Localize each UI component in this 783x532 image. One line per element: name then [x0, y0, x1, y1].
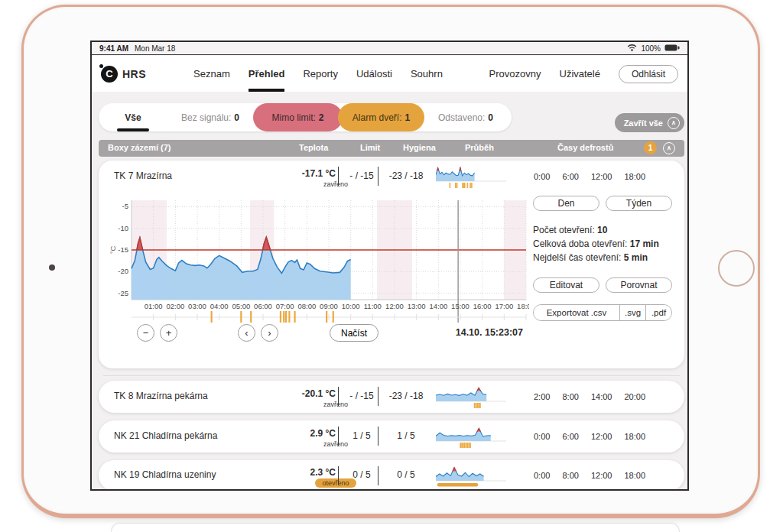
svg-text:08:00: 08:00 — [297, 302, 316, 310]
column-header-casy-defrostu: Časy defrostů — [557, 143, 613, 152]
zoom-out-button[interactable]: − — [137, 324, 154, 342]
detail-panel: Den Týden Počet otevření: 10 Celková dob… — [533, 196, 672, 321]
status-date: Mon Mar 18 — [135, 44, 175, 53]
nav-item-reporty[interactable]: Reporty — [303, 56, 338, 92]
sparkline-nk21 — [436, 424, 506, 449]
export-svg-button[interactable]: .svg — [619, 305, 645, 320]
sparkline-tk8 — [436, 384, 506, 409]
door-state: zavřeno — [301, 180, 370, 188]
box-name: NK 19 Chladírna uzeniny — [114, 469, 216, 480]
brand-name: HRS — [122, 68, 146, 80]
expanded-box-card-tk7: TK 7 Mrazírna -17.1 °C zavřeno - / -15 -… — [99, 161, 684, 368]
defrost-times: 0:006:00 12:0018:00 — [534, 420, 645, 453]
collapse-section-icon[interactable]: ∧ — [663, 142, 675, 154]
box-name: NK 21 Chladírna pekárna — [114, 430, 217, 441]
svg-text:17:00: 17:00 — [495, 302, 513, 310]
svg-text:06:00: 06:00 — [254, 302, 272, 310]
battery-percent: 100% — [641, 44, 661, 53]
export-csv-button[interactable]: Exportovat .csv — [534, 305, 619, 320]
nav-item-udalosti[interactable]: Události — [356, 56, 392, 92]
last-reading-timestamp: 14.10. 15:23:07 — [456, 327, 523, 338]
nav-item-prehled[interactable]: Přehled — [249, 56, 285, 92]
home-button[interactable] — [718, 250, 755, 287]
status-time: 9:41 AM — [99, 44, 128, 53]
alert-count-badge: 1 — [644, 141, 657, 154]
svg-text:03:00: 03:00 — [188, 302, 206, 310]
column-separator — [378, 167, 379, 186]
svg-text:16:00: 16:00 — [473, 302, 492, 310]
door-state: zavřeno — [301, 401, 370, 408]
door-stats: Počet otevření: 10 Celková doba otevření… — [533, 223, 672, 264]
defrost-times: 2:008:00 14:0020:00 — [534, 381, 645, 413]
svg-text:13:00: 13:00 — [408, 302, 426, 310]
app-screen: 9:41 AM Mon Mar 18 100% — [90, 41, 689, 491]
svg-text:-20: -20 — [118, 267, 128, 275]
pan-left-button[interactable]: ‹ — [238, 324, 255, 342]
svg-text:07:00: 07:00 — [276, 302, 294, 310]
svg-text:°C: °C — [109, 246, 117, 255]
filter-tab-mimo-limit[interactable]: Mimo limit: 2 — [253, 103, 343, 131]
temperature-chart[interactable]: -5-10-15-20-2501:0002:0003:0004:0005:000… — [109, 197, 529, 324]
box-limit: 0 / 5 — [345, 469, 379, 480]
box-temperature: 2.9 °C — [267, 428, 336, 439]
column-separator — [338, 167, 339, 186]
svg-text:-10: -10 — [118, 224, 128, 232]
status-bar: 9:41 AM Mon Mar 18 100% — [92, 42, 687, 55]
svg-text:02:00: 02:00 — [166, 302, 184, 310]
box-hygiene: 1 / 5 — [384, 430, 428, 441]
box-limit: - / -15 — [345, 170, 379, 181]
row-header-tk7[interactable]: TK 7 Mrazírna -17.1 °C zavřeno - / -15 -… — [99, 161, 684, 194]
content-area: Vše Bez signálu: 0 Mimo limit: 2 Alarm d… — [92, 92, 687, 491]
nav-item-uzivatele[interactable]: Uživatelé — [560, 65, 600, 83]
box-temperature: 2.3 °C — [267, 467, 336, 478]
battery-icon — [664, 44, 680, 53]
door-state: zavřeno — [301, 440, 370, 448]
svg-text:01:00: 01:00 — [145, 302, 163, 310]
column-header-limit: Limit — [360, 143, 380, 152]
close-all-button[interactable]: Zavřít vše ∧ — [615, 113, 684, 132]
filter-tab-bez-signalu[interactable]: Bez signálu: 0 — [167, 103, 253, 131]
box-temperature: -17.1 °C — [267, 168, 336, 179]
export-pdf-button[interactable]: .pdf — [645, 305, 671, 320]
filter-tab-alarm-dveri[interactable]: Alarm dveří: 1 — [338, 103, 424, 131]
defrost-times: 0:00 6:00 12:00 18:00 — [534, 161, 645, 193]
svg-text:05:00: 05:00 — [232, 302, 250, 310]
box-hygiene: 0 / 5 — [384, 469, 428, 480]
day-range-button[interactable]: Den — [533, 196, 599, 211]
pan-right-button[interactable]: › — [261, 324, 278, 342]
active-tab-underline — [117, 128, 149, 131]
logout-button[interactable]: Odhlásit — [619, 65, 678, 83]
svg-text:18:00: 18:00 — [517, 302, 529, 310]
box-row-tk8[interactable]: TK 8 Mrazírna pekárna -20.1 °C zavřeno -… — [99, 381, 684, 413]
column-header-hygiena: Hygiena — [403, 143, 436, 152]
svg-text:-25: -25 — [118, 289, 128, 297]
filter-tab-vse[interactable]: Vše — [99, 103, 167, 131]
filter-tab-odstaveno[interactable]: Odstaveno: 0 — [424, 103, 507, 131]
box-row-nk19[interactable]: NK 19 Chladírna uzeniny 2.3 °C otevřeno … — [99, 460, 684, 491]
tablet-frame: 9:41 AM Mon Mar 18 100% — [21, 5, 760, 518]
svg-text:12:00: 12:00 — [385, 302, 404, 310]
nav-menu: Seznam Přehled Reporty Události Souhrn — [193, 56, 443, 92]
chevron-up-icon: ∧ — [668, 117, 680, 129]
brand-logo-icon[interactable]: C — [101, 66, 118, 83]
svg-text:09:00: 09:00 — [320, 302, 338, 310]
compare-button[interactable]: Porovnat — [606, 277, 672, 293]
load-button[interactable]: Načíst — [330, 324, 379, 342]
svg-text:14:00: 14:00 — [429, 302, 447, 310]
edit-button[interactable]: Editovat — [533, 277, 599, 293]
box-name: TK 7 Mrazírna — [114, 170, 172, 181]
box-name: TK 8 Mrazírna pekárna — [114, 391, 208, 401]
svg-text:15:00: 15:00 — [451, 302, 469, 310]
zoom-in-button[interactable]: + — [160, 324, 177, 342]
nav-item-souhrn[interactable]: Souhrn — [411, 56, 443, 92]
box-hygiene: -23 / -18 — [384, 391, 428, 401]
export-group: Exportovat .csv .svg .pdf — [533, 304, 672, 321]
section-header[interactable]: Boxy zázemí (7) Teplota Limit Hygiena Pr… — [99, 140, 684, 157]
box-row-nk21[interactable]: NK 21 Chladírna pekárna 2.9 °C zavřeno 1… — [99, 420, 684, 453]
week-range-button[interactable]: Týden — [606, 196, 672, 211]
nav-item-provozovny[interactable]: Provozovny — [489, 65, 541, 83]
nav-item-seznam[interactable]: Seznam — [193, 56, 230, 92]
svg-text:-5: -5 — [122, 202, 128, 210]
svg-text:04:00: 04:00 — [210, 302, 229, 310]
column-header-teplota: Teplota — [299, 143, 328, 152]
